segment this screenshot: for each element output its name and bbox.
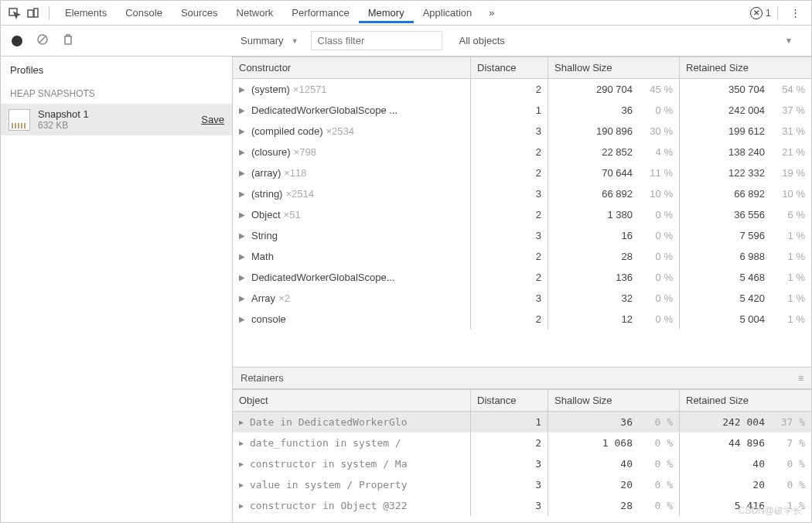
devtools-tabbar: ElementsConsoleSourcesNetworkPerformance… <box>1 1 811 26</box>
snapshot-category: HEAP SNAPSHOTS <box>1 84 232 104</box>
error-badge[interactable]: ✕1 <box>750 7 771 19</box>
tab-performance[interactable]: Performance <box>282 2 358 23</box>
col-retained[interactable]: Retained Size <box>680 57 811 78</box>
inspect-element-icon[interactable] <box>5 4 24 22</box>
device-mode-icon[interactable] <box>24 4 43 22</box>
memory-toolbar: Summary▼ All objects▼ <box>1 26 811 56</box>
table-row[interactable]: ▶console 2 120 % 5 0041 % <box>233 309 811 330</box>
objects-select[interactable]: All objects▼ <box>452 35 803 46</box>
class-filter-input[interactable] <box>311 31 442 50</box>
tab-application[interactable]: Application <box>414 2 482 23</box>
col-shallow[interactable]: Shallow Size <box>548 57 680 78</box>
table-row[interactable]: ▶date_function in system / 2 1 0680 % 44… <box>233 432 811 453</box>
kebab-menu-icon[interactable]: ⋮ <box>784 7 807 19</box>
table-row[interactable]: ▶Math 2 280 % 6 9881 % <box>233 246 811 267</box>
constructors-body: ▶(system) ×12571 2 290 70445 % 350 70454… <box>233 79 811 367</box>
svg-rect-2 <box>34 9 38 17</box>
table-row[interactable]: ▶constructor in Object @322 3 280 % 5 41… <box>233 495 811 516</box>
profiles-sidebar: Profiles HEAP SNAPSHOTS Snapshot 1 632 K… <box>1 56 233 522</box>
table-row[interactable]: ▶(string) ×2514 3 66 89210 % 66 89210 % <box>233 183 811 204</box>
tab-network[interactable]: Network <box>227 2 283 23</box>
snapshot-name: Snapshot 1 <box>38 108 193 120</box>
retainers-title-bar[interactable]: Retainers≡ <box>233 367 811 389</box>
retainers-body: ▶Date in DedicatedWorkerGlo 1 360 % 242 … <box>233 412 811 516</box>
table-row[interactable]: ▶(system) ×12571 2 290 70445 % 350 70454… <box>233 79 811 100</box>
divider <box>777 6 778 20</box>
col-retained[interactable]: Retained Size <box>680 390 811 411</box>
snapshot-item[interactable]: Snapshot 1 632 KB Save <box>1 104 232 135</box>
tab-sources[interactable]: Sources <box>172 2 227 23</box>
constructors-header: Constructor Distance Shallow Size Retain… <box>233 56 811 79</box>
table-row[interactable]: ▶(closure) ×798 2 22 8524 % 138 24021 % <box>233 142 811 162</box>
trash-icon[interactable] <box>63 33 73 48</box>
svg-rect-1 <box>28 10 33 17</box>
col-shallow[interactable]: Shallow Size <box>548 390 680 411</box>
hamburger-icon[interactable]: ≡ <box>798 373 803 384</box>
record-icon[interactable] <box>12 36 22 46</box>
table-row[interactable]: ▶(array) ×118 2 70 64411 % 122 33219 % <box>233 162 811 183</box>
tab-memory[interactable]: Memory <box>359 2 414 23</box>
view-select[interactable]: Summary▼ <box>241 35 302 46</box>
table-row[interactable]: ▶value in system / Property 3 200 % 200 … <box>233 474 811 495</box>
table-row[interactable]: ▶DedicatedWorkerGlobalScope... 2 1360 % … <box>233 267 811 288</box>
col-object[interactable]: Object <box>233 390 471 411</box>
clear-icon[interactable] <box>36 33 49 48</box>
retainers-header: Object Distance Shallow Size Retained Si… <box>233 389 811 412</box>
table-row[interactable]: ▶Object ×51 2 1 3800 % 36 5566 % <box>233 204 811 225</box>
snapshot-size: 632 KB <box>38 120 193 131</box>
table-row[interactable]: ▶String 3 160 % 7 5961 % <box>233 225 811 246</box>
table-row[interactable]: ▶Date in DedicatedWorkerGlo 1 360 % 242 … <box>233 412 811 432</box>
table-row[interactable]: ▶DedicatedWorkerGlobalScope ... 1 360 % … <box>233 100 811 121</box>
overflow-tabs[interactable]: » <box>481 4 502 22</box>
col-constructor[interactable]: Constructor <box>233 57 471 78</box>
table-row[interactable]: ▶constructor in system / Ma 3 400 % 400 … <box>233 453 811 474</box>
table-row[interactable]: ▶(compiled code) ×2534 3 190 89630 % 199… <box>233 121 811 142</box>
table-row[interactable]: ▶Array ×2 3 320 % 5 4201 % <box>233 288 811 309</box>
svg-line-4 <box>39 36 46 43</box>
snapshot-icon <box>9 109 30 131</box>
col-distance[interactable]: Distance <box>471 390 548 411</box>
snapshot-save-link[interactable]: Save <box>201 114 224 125</box>
watermark: CSDN@破学长 <box>739 504 802 518</box>
col-distance[interactable]: Distance <box>471 57 548 78</box>
profiles-title: Profiles <box>1 56 232 84</box>
tab-console[interactable]: Console <box>116 2 172 23</box>
tab-elements[interactable]: Elements <box>56 2 116 23</box>
divider <box>49 6 49 20</box>
